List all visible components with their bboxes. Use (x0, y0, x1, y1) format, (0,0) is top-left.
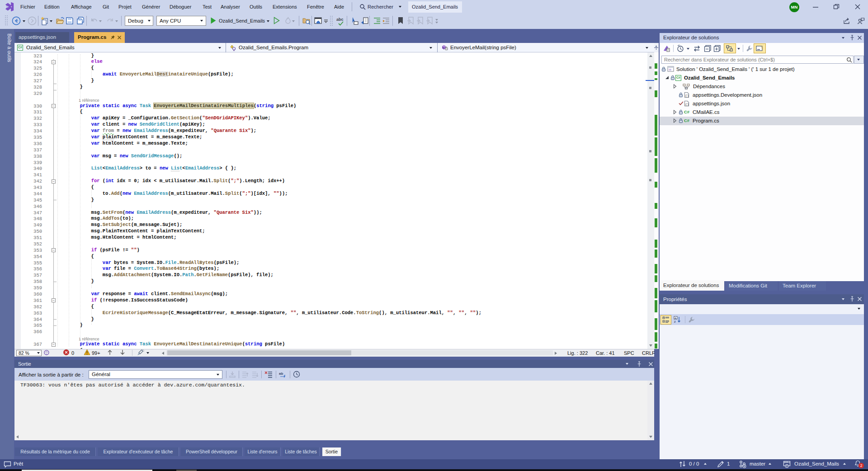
svg-text:∞: ∞ (669, 67, 671, 72)
svg-text:{}: {} (685, 94, 689, 98)
svg-text:A: A (675, 317, 677, 320)
svg-text:ab: ab (279, 372, 283, 376)
svg-text:{}: {} (685, 103, 689, 106)
svg-text:Z: Z (674, 320, 676, 323)
